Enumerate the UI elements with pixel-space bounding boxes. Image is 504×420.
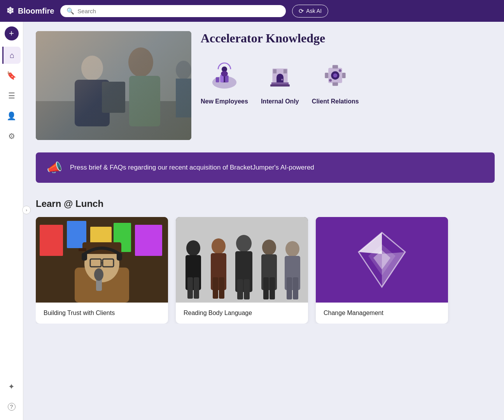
settings-icon: ⚙ (8, 131, 15, 141)
card-building-trust[interactable]: Building Trust with Clients (36, 217, 168, 324)
svg-point-52 (94, 268, 103, 281)
svg-rect-50 (117, 253, 122, 261)
svg-point-20 (281, 79, 283, 80)
svg-rect-69 (270, 277, 275, 299)
ask-ai-label: Ask AI (306, 8, 322, 14)
learn-at-lunch-section: Learn @ Lunch (36, 198, 495, 324)
svg-rect-7 (102, 82, 125, 113)
hero-photo (36, 31, 191, 140)
hero-photo-svg (36, 31, 191, 140)
logo[interactable]: ❄ Bloomfire (6, 5, 54, 16)
svg-rect-56 (187, 277, 193, 299)
add-button[interactable]: + (5, 26, 19, 40)
category-internal-only[interactable]: Internal Only (261, 58, 299, 106)
card-body-language[interactable]: Reading Body Language (176, 217, 308, 324)
card-3-body: Change Management (316, 303, 448, 324)
sidebar: + ⌂ 🔖 ☰ 👤 ⚙ ✦ ? (0, 22, 23, 420)
card-2-title: Reading Body Language (184, 309, 300, 317)
people-icon: 👤 (7, 111, 16, 121)
announcement-text: Press brief & FAQs regarding our recent … (70, 164, 314, 172)
category-client-relations[interactable]: Client Relations (312, 58, 359, 106)
sidebar-item-home[interactable]: ⌂ (2, 47, 21, 64)
internal-only-label: Internal Only (261, 98, 299, 106)
svg-rect-1 (36, 31, 191, 101)
card-2-body: Reading Body Language (176, 303, 308, 324)
svg-rect-40 (135, 225, 162, 256)
svg-point-31 (333, 74, 338, 78)
svg-rect-64 (237, 279, 243, 299)
sidebar-collapse-button[interactable]: › (22, 206, 31, 214)
svg-point-62 (236, 235, 252, 252)
categories-grid: New Employees (201, 58, 495, 106)
svg-point-33 (329, 79, 332, 82)
svg-point-70 (285, 241, 299, 257)
card-1-image (36, 217, 168, 303)
svg-rect-6 (129, 76, 160, 126)
top-navigation: ❄ Bloomfire 🔍 ⟳ Ask AI (0, 0, 504, 22)
ask-ai-button[interactable]: ⟳ Ask AI (292, 5, 328, 18)
main-content: Accelerator Knowledge (23, 22, 504, 420)
svg-rect-28 (332, 82, 338, 86)
internal-only-icon (261, 58, 299, 93)
help-icon: ? (8, 403, 16, 411)
hero-image (36, 31, 191, 140)
megaphone-icon: 📣 (47, 160, 62, 175)
card-change-management[interactable]: Change Management (316, 217, 448, 324)
new-employees-icon (205, 58, 244, 93)
search-input[interactable] (77, 8, 280, 14)
svg-point-5 (128, 47, 153, 77)
plus-icon: + (9, 28, 14, 38)
svg-rect-14 (225, 75, 229, 82)
sidebar-item-help[interactable]: ? (3, 398, 20, 415)
search-bar[interactable]: 🔍 (60, 5, 286, 17)
svg-point-58 (212, 238, 226, 254)
ask-ai-icon: ⟳ (299, 7, 304, 15)
svg-rect-65 (244, 279, 250, 299)
sidebar-item-people[interactable]: 👤 (3, 107, 20, 124)
cards-row: Building Trust with Clients (36, 217, 495, 324)
sidebar-item-bookmarks[interactable]: 🔖 (3, 67, 20, 84)
sidebar-item-settings[interactable]: ⚙ (3, 128, 20, 145)
new-employees-label: New Employees (201, 98, 248, 106)
svg-rect-9 (176, 79, 191, 117)
sidebar-item-queue[interactable]: ☰ (3, 87, 20, 104)
svg-rect-0 (36, 31, 191, 140)
category-new-employees[interactable]: New Employees (201, 58, 248, 106)
svg-point-8 (176, 61, 191, 79)
card-2-image (176, 217, 308, 303)
card-3-image (316, 217, 448, 303)
sidebar-item-integrations[interactable]: ✦ (3, 378, 20, 395)
card-3-title: Change Management (324, 309, 440, 317)
chevron-left-icon: › (26, 208, 27, 212)
svg-rect-60 (213, 277, 218, 299)
svg-point-66 (262, 240, 276, 255)
integrations-icon: ✦ (8, 382, 15, 391)
card-1-title: Building Trust with Clients (44, 309, 160, 317)
svg-rect-72 (287, 277, 292, 299)
bookmark-icon: 🔖 (7, 71, 16, 80)
svg-rect-24 (284, 69, 287, 74)
svg-rect-12 (216, 77, 219, 82)
svg-rect-45 (79, 248, 86, 251)
svg-rect-23 (273, 69, 276, 74)
svg-point-3 (81, 56, 103, 80)
svg-rect-36 (40, 225, 63, 256)
svg-rect-2 (36, 101, 191, 140)
app-name: Bloomfire (18, 7, 54, 16)
client-relations-icon (316, 58, 355, 93)
queue-icon: ☰ (8, 91, 15, 100)
svg-rect-29 (325, 73, 329, 78)
svg-rect-21 (271, 82, 289, 84)
svg-rect-26 (332, 65, 338, 68)
svg-point-16 (221, 71, 228, 76)
svg-rect-73 (293, 277, 298, 299)
svg-rect-22 (270, 84, 290, 86)
svg-point-32 (339, 69, 341, 72)
hero-section: Accelerator Knowledge (36, 31, 495, 140)
svg-rect-61 (219, 277, 224, 299)
announcement-banner[interactable]: 📣 Press brief & FAQs regarding our recen… (36, 152, 495, 183)
card-1-body: Building Trust with Clients (36, 303, 168, 324)
section-title: Learn @ Lunch (36, 198, 495, 209)
svg-rect-49 (82, 253, 87, 261)
svg-point-54 (186, 240, 200, 256)
